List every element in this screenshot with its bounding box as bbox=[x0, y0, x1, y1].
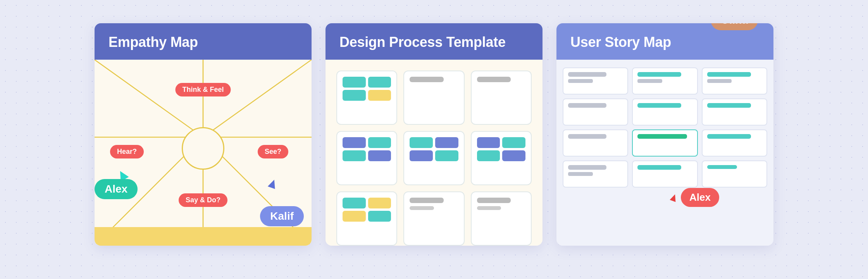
tile-blue-1 bbox=[343, 137, 366, 148]
story-bar-gray-4 bbox=[568, 165, 606, 170]
design-cell-graybar-4 bbox=[471, 191, 532, 246]
alex-story-name-bubble: Alex bbox=[681, 188, 719, 207]
story-cell-1-2 bbox=[632, 67, 698, 95]
kalif-cursor-group bbox=[269, 179, 277, 189]
user-story-map-card: Olina User Story Map bbox=[556, 23, 773, 246]
kalif-cursor-icon bbox=[268, 178, 278, 189]
story-bar-teal-2 bbox=[707, 72, 751, 77]
empathy-yellow-strip bbox=[95, 227, 312, 246]
gray-bar-3 bbox=[410, 198, 444, 203]
design-cell-teal-grid bbox=[336, 71, 397, 125]
tile-blue-4 bbox=[410, 150, 433, 161]
story-cell-4-3 bbox=[702, 160, 767, 188]
story-cell-4-1 bbox=[563, 160, 628, 188]
story-cell-3-3 bbox=[702, 129, 767, 157]
tile-yellow-2 bbox=[368, 198, 391, 208]
hear-tag: Hear? bbox=[110, 145, 144, 158]
tile-teal-1 bbox=[343, 77, 366, 88]
design-cell-mixed-1 bbox=[336, 131, 397, 185]
tile-blue-6 bbox=[502, 150, 525, 161]
story-bar-gray-2 bbox=[568, 103, 606, 108]
tile-teal-11 bbox=[368, 211, 391, 222]
story-bar-sm-s4 bbox=[568, 172, 593, 176]
design-process-body bbox=[326, 60, 542, 246]
think-feel-tag: Think & Feel bbox=[175, 83, 231, 96]
gray-bar-2 bbox=[477, 77, 511, 82]
story-cell-3-2 bbox=[632, 129, 698, 157]
design-cell-mixed-3 bbox=[471, 131, 532, 185]
story-bar-teal-6 bbox=[637, 165, 681, 170]
tile-yellow-1 bbox=[368, 90, 391, 101]
story-bar-sm-s3 bbox=[707, 79, 732, 83]
story-bar-teal-3 bbox=[637, 103, 681, 108]
story-cell-2-1 bbox=[563, 98, 628, 126]
svg-line-1 bbox=[203, 60, 312, 137]
story-grid bbox=[563, 67, 767, 188]
alex-story-cursor-group: Alex bbox=[671, 188, 719, 207]
gray-bar-sm-1 bbox=[410, 206, 434, 210]
tile-teal-8 bbox=[502, 137, 525, 148]
tile-teal-4 bbox=[368, 137, 391, 148]
empathy-map-card: Empathy Map Think & Feel Hear? See? Say … bbox=[95, 23, 312, 246]
say-do-tag: Say & Do? bbox=[179, 193, 227, 207]
tile-blue-3 bbox=[435, 137, 458, 148]
alex-name-bubble: Alex bbox=[95, 179, 138, 199]
story-bar-gray-3 bbox=[568, 134, 606, 139]
tile-teal-5 bbox=[343, 150, 366, 161]
empathy-center-circle bbox=[182, 127, 224, 170]
gray-bar-sm-2 bbox=[477, 206, 501, 210]
tile-teal-9 bbox=[477, 150, 500, 161]
story-bar-teal-7 bbox=[707, 165, 737, 169]
story-cell-4-2 bbox=[632, 160, 698, 188]
story-bar-gray-1 bbox=[568, 72, 606, 77]
tile-teal-6 bbox=[410, 137, 433, 148]
story-bar-teal-4 bbox=[707, 103, 751, 108]
svg-line-0 bbox=[95, 60, 203, 137]
olina-cursor-group: Olina bbox=[711, 23, 758, 30]
story-bar-teal-5 bbox=[707, 134, 751, 139]
story-bar-green-1 bbox=[637, 134, 687, 139]
user-story-map-body: Alex bbox=[556, 60, 773, 246]
design-cell-graybar-2 bbox=[471, 71, 532, 125]
tile-teal-3 bbox=[343, 90, 366, 101]
tile-teal-10 bbox=[343, 198, 366, 208]
tile-teal-2 bbox=[368, 77, 391, 88]
tile-yellow-3 bbox=[343, 211, 366, 222]
see-tag: See? bbox=[258, 145, 288, 158]
story-cell-1-3 bbox=[702, 67, 767, 95]
tile-blue-5 bbox=[477, 137, 500, 148]
empathy-map-title: Empathy Map bbox=[95, 23, 312, 60]
design-process-card: Design Process Template bbox=[326, 23, 542, 246]
tile-blue-2 bbox=[368, 150, 391, 161]
cards-container: Empathy Map Think & Feel Hear? See? Say … bbox=[0, 0, 868, 279]
kalif-name-bubble: Kalif bbox=[260, 206, 304, 226]
story-cell-2-3 bbox=[702, 98, 767, 126]
story-cell-3-1 bbox=[563, 129, 628, 157]
gray-bar-1 bbox=[410, 77, 444, 82]
story-bar-sm-s1 bbox=[568, 79, 593, 83]
design-cell-mixed-2 bbox=[403, 131, 464, 185]
design-cell-graybar-3 bbox=[403, 191, 464, 246]
story-bar-sm-s2 bbox=[637, 79, 662, 83]
story-cell-1-1 bbox=[563, 67, 628, 95]
design-process-title: Design Process Template bbox=[326, 23, 542, 60]
alex-cursor-group bbox=[118, 170, 127, 180]
alex-story-cursor-icon bbox=[670, 193, 678, 202]
story-bar-teal-1 bbox=[637, 72, 681, 77]
design-cell-teal-yellow bbox=[336, 191, 397, 246]
olina-name-bubble: Olina bbox=[711, 23, 758, 30]
story-cell-2-2 bbox=[632, 98, 698, 126]
design-cell-graybar-1 bbox=[403, 71, 464, 125]
empathy-map-body: Think & Feel Hear? See? Say & Do? Alex K… bbox=[95, 60, 312, 246]
tile-teal-7 bbox=[435, 150, 458, 161]
gray-bar-4 bbox=[477, 198, 511, 203]
